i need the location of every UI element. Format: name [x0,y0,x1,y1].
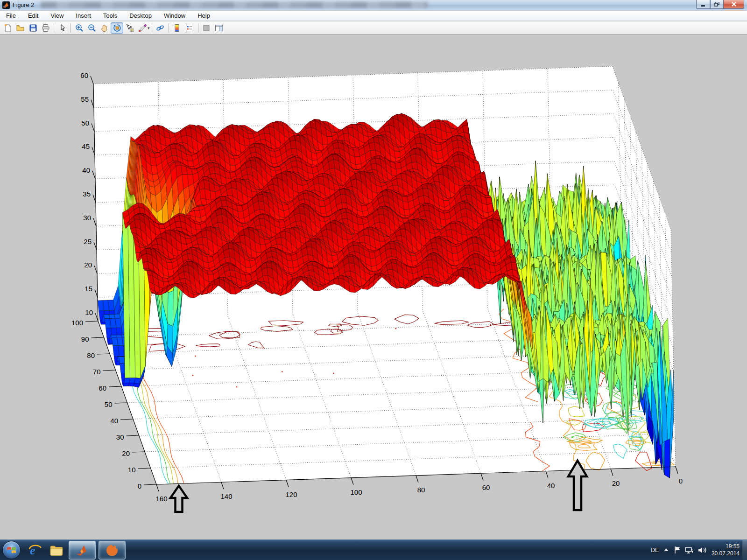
svg-text:10: 10 [85,308,93,316]
svg-text:20: 20 [122,449,130,457]
svg-text:50: 50 [81,119,89,127]
taskbar-app-firefox[interactable] [99,541,126,560]
window-title: Figure 2 [13,2,34,8]
svg-text:20: 20 [612,479,620,487]
open-file-icon [16,23,25,33]
svg-text:100: 100 [350,488,362,496]
insert-colorbar-icon [172,23,182,33]
show-plot-tools-dock-icon [214,23,224,33]
svg-text:0: 0 [138,482,141,490]
start-button[interactable] [2,541,21,559]
insert-legend-button[interactable] [183,22,196,34]
firefox-icon [105,543,119,557]
menu-item-insert[interactable]: Insert [70,11,97,21]
svg-text:80: 80 [87,351,95,359]
language-indicator[interactable]: DE [651,547,659,553]
hide-plot-tools-icon [202,23,211,33]
save-figure-icon [28,23,38,33]
system-tray[interactable]: DE 19:55 30.07.2014 [651,543,747,557]
zoom-out-button[interactable] [85,22,98,34]
show-desktop-button[interactable] [742,540,747,560]
brush-data-icon [138,23,147,33]
toolbar-separator [198,23,198,33]
menu-item-tools[interactable]: Tools [97,11,123,21]
action-center-flag-icon[interactable] [674,546,681,554]
internet-explorer-icon: e [28,543,42,557]
menu-item-file[interactable]: File [0,11,22,21]
svg-text:35: 35 [83,190,91,198]
taskbar-app-matlab[interactable] [69,541,96,560]
svg-text:60: 60 [80,71,88,79]
svg-text:140: 140 [220,492,232,500]
svg-text:20: 20 [84,261,92,269]
data-cursor-button[interactable] [123,22,136,34]
rotate-3d-icon [113,23,122,33]
data-cursor-icon [125,23,134,33]
svg-text:70: 70 [93,368,101,376]
brush-data-button[interactable] [136,22,148,34]
hide-plot-tools-button[interactable] [200,22,213,34]
toolbar-separator [70,23,71,33]
link-plot-icon [155,23,165,33]
toolbar-separator [169,23,169,33]
pan-button[interactable] [98,22,111,34]
svg-text:40: 40 [82,166,90,174]
zoom-in-button[interactable] [73,22,85,34]
svg-text:60: 60 [482,483,490,491]
network-icon[interactable] [685,546,694,554]
show-hidden-icons-icon[interactable] [663,548,669,553]
toolbar-separator [54,23,54,33]
menu-item-window[interactable]: Window [158,11,191,21]
open-file-button[interactable] [14,22,27,34]
menu-bar: FileEditViewInsertToolsDesktopWindowHelp [0,11,747,21]
edit-plot-button[interactable] [56,22,69,34]
new-figure-icon [3,23,13,33]
restore-button[interactable] [710,0,723,9]
menu-item-help[interactable]: Help [191,11,216,21]
close-button[interactable] [723,0,744,9]
rotate-3d-button[interactable] [111,22,123,34]
svg-text:15: 15 [85,285,92,293]
redacted-document-path [41,2,428,8]
matlab-icon [2,1,10,9]
windows-explorer-icon [49,543,63,557]
taskbar-apps: e [24,541,127,560]
save-figure-button[interactable] [27,22,39,34]
pan-icon [100,23,109,33]
title-bar[interactable]: Figure 2 [0,0,747,10]
svg-text:25: 25 [84,238,92,245]
brush-dropdown-arrow[interactable]: ▾ [148,26,150,30]
tray-time: 19:55 [712,543,740,550]
svg-text:100: 100 [71,319,83,327]
figure-toolbar: ▾ [0,21,747,35]
show-plot-tools-dock-button[interactable] [213,22,226,34]
svg-text:90: 90 [81,335,89,343]
svg-text:30: 30 [83,214,91,222]
svg-text:30: 30 [116,433,124,441]
taskbar[interactable]: e DE 19:55 30.07.2014 [0,539,747,560]
taskbar-app-internet-explorer[interactable]: e [26,541,44,560]
annotation-arrow [170,486,187,512]
menu-item-desktop[interactable]: Desktop [123,11,158,21]
zoom-in-icon [75,23,84,33]
insert-colorbar-button[interactable] [171,22,183,34]
edit-plot-icon [58,23,67,33]
new-figure-button[interactable] [1,22,14,34]
insert-legend-icon [185,23,194,33]
svg-text:50: 50 [105,400,113,408]
minimize-button[interactable] [696,0,710,9]
link-plot-button[interactable] [154,22,167,34]
print-figure-icon [41,23,50,33]
menu-item-edit[interactable]: Edit [22,11,44,21]
svg-text:10: 10 [128,466,136,474]
windows-flag-icon [7,546,16,554]
figure-canvas[interactable]: 0204060801001201401600102030405060708090… [0,0,747,560]
taskbar-app-windows-explorer[interactable] [47,541,66,560]
clock[interactable]: 19:55 30.07.2014 [712,543,740,557]
svg-text:40: 40 [547,482,555,490]
print-figure-button[interactable] [39,22,52,34]
zoom-out-icon [87,23,97,33]
volume-icon[interactable] [698,546,707,554]
svg-text:160: 160 [155,495,167,503]
menu-item-view[interactable]: View [44,11,70,21]
